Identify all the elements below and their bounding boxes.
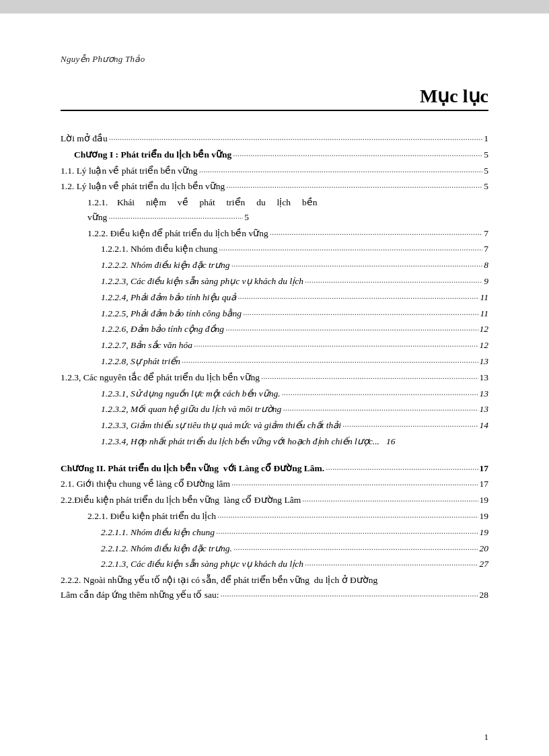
toc-item-1-2-3-2: 1.2.3.2, Mối quan hệ giữa du lịch và môi… [61,402,488,417]
toc-item-2-2-1-2: 2.2.1.2. Nhóm điều kiện đặc trưng. 20 [61,541,488,556]
toc-item-2-2-1: 2.2.1. Điều kiện phát triển du lịch 19 [61,509,488,524]
toc-item-1-2-3-1: 1.2.3.1, Sử dụng nguồn lực một cách bền … [61,386,488,401]
toc-dots [109,130,483,145]
toc-item-2-2-1-1: 2.2.1.1. Nhóm điều kiện chung 19 [61,525,488,540]
toc-label: 2.1. Giới thiệu chung về làng cổ Đường l… [61,477,230,491]
toc-dots [226,178,482,193]
toc-page: 27 [480,557,489,572]
toc-item-chuong-2: Chương II. Phát triển du lịch bền vững v… [61,461,488,476]
toc-dots [225,320,478,335]
toc-dots [302,491,478,506]
toc-page: 5 [484,164,488,178]
toc-label: 2.2.1.3, Các điều kiện sẵn sàng phục vụ … [101,557,303,572]
toc-label: 1.2.2.2. Nhóm điều kiện đặc trưng [101,258,230,273]
toc-dots [237,289,478,304]
toc-label: 1.2.2. Điều kiện để phát triển du lịch b… [87,226,268,241]
toc-label: 1.2.2.6, Đảm bảo tính cộng đồng [101,322,224,337]
toc-label: 1.2.2.1. Nhóm điều kiện chung [101,242,217,256]
toc-item-1-2-2-7: 1.2.2.7, Bản sắc văn hóa 12 [61,338,488,353]
toc-dots [108,209,243,224]
toc-page: 5 [484,179,488,194]
toc-label: 1.2.2.3, Các điều kiện sẵn sàng phục vụ … [101,274,303,289]
toc-page: 19 [480,509,489,524]
toc-item-1-2-2-8: 1.2.2.8, Sự phát triển 13 [61,354,488,369]
toc-page: 11 [480,306,489,321]
toc-dots [243,305,479,320]
toc-page: 7 [484,242,488,256]
toc-item-1-2-3-4: 1.2.3.4, Hợp nhất phát triển du lịch bền… [61,434,488,449]
toc-dots [233,146,482,161]
toc-label: 1.2.3.2, Mối quan hệ giữa du lịch và môi… [101,402,281,417]
toc-page: 19 [480,525,489,540]
toc-item-1-2-2-1: 1.2.2.1. Nhóm điều kiện chung 7 [61,242,488,256]
toc-dots [220,586,478,601]
toc-label: Chương II. Phát triển du lịch bền vững v… [61,461,324,476]
toc-dots [216,524,478,539]
toc-label: 1.2.3.4, Hợp nhất phát triển du lịch bền… [101,434,379,449]
toc-item-2-1: 2.1. Giới thiệu chung về làng cổ Đường l… [61,477,488,491]
toc-item-2-2-1-3: 2.2.1.3, Các điều kiện sẵn sàng phục vụ … [61,557,488,572]
toc-label: 1.2.3.1, Sử dụng nguồn lực một cách bền … [101,386,281,401]
toc-label: Chương I : Phát triển du lịch bền vững [74,147,231,162]
toc-label: 1.2.2.5, Phải đảm bảo tính công bằng [101,306,242,321]
toc-item-1-2-2: 1.2.2. Điều kiện để phát triển du lịch b… [61,226,488,241]
toc-dots [342,417,478,432]
toc-item-1-2-1: 1.2.1. Khái niệm về phát triển du lịch b… [61,195,488,224]
toc-dots [233,540,478,555]
toc-label: 1.2.2.7, Bản sắc văn hóa [101,338,192,353]
toc-page: 13 [480,370,489,385]
toc-dots [282,385,478,400]
toc-dots [219,240,482,255]
toc-dots [261,369,478,384]
toc-container: Lời mở đầu 1 Chương I : Phát triển du lị… [61,131,488,603]
toc-label: 2.2.1.1. Nhóm điều kiện chung [101,525,215,540]
toc-page: 14 [480,418,489,433]
toc-label-cont: Lâm cần đáp ứng thêm những yếu tố sau: [61,588,219,603]
toc-item-1-2-2-5: 1.2.2.5, Phải đảm bảo tính công bằng 11 [61,306,488,321]
toc-label: 2.2.Điều kiện phát triển du lịch bền vữn… [61,493,301,508]
toc-label-cont: vững [87,210,107,225]
toc-item-1-2-2-3: 1.2.2.3, Các điều kiện sẵn sàng phục vụ … [61,274,488,289]
toc-page: 7 [484,226,488,241]
author-header: Nguyễn Phương Thảo [61,54,488,65]
toc-label: Lời mở đầu [61,131,108,146]
toc-label: 1.1. Lý luận về phát triển bền vững [61,164,198,178]
toc-item-1-2-2-4: 1.2.2.4, Phải đảm bảo tính hiệu quả 11 [61,290,488,305]
toc-page: 12 [480,322,489,337]
toc-page: 17 [480,477,489,491]
toc-item-1-1: 1.1. Lý luận về phát triển bền vững 5 [61,164,488,178]
toc-dots [194,337,478,351]
toc-page: 13 [480,402,489,417]
toc-page: 28 [480,588,489,603]
toc-label: 1.2.1. Khái niệm về phát triển du lịch b… [87,195,317,210]
toc-item-1-2-3: 1.2.3, Các nguyên tắc để phát triển du l… [61,370,488,385]
title-section: Mục lục [61,85,488,111]
toc-page: 19 [480,493,489,508]
toc-dots [199,162,483,177]
toc-dots [270,225,483,240]
toc-page: 16 [386,434,396,449]
toc-item-1-2-3-3: 1.2.3.3, Giảm thiểu sự tiêu thụ quá mức … [61,418,488,433]
toc-dots [283,401,478,415]
toc-item-1-2-2-6: 1.2.2.6, Đảm bảo tính cộng đồng 12 [61,322,488,337]
toc-page: 5 [244,210,249,225]
toc-dots [326,460,478,475]
toc-page: 20 [480,541,489,556]
toc-item-1-2: 1.2. Lý luận về phát triển du lịch bền v… [61,179,488,194]
toc-item-chuong-1: Chương I : Phát triển du lịch bền vững 5 [61,147,488,162]
toc-item-1-2-2-2: 1.2.2.2. Nhóm điều kiện đặc trưng 8 [61,258,488,273]
toc-label: 2.2.1.2. Nhóm điều kiện đặc trưng. [101,541,232,556]
toc-page: 11 [480,290,489,305]
toc-item-2-2-2: 2.2.2. Ngoài những yếu tố nội tại có sẵn… [61,573,488,602]
toc-label: 1.2.3, Các nguyên tắc để phát triển du l… [61,370,260,385]
toc-dots [305,555,478,570]
toc-label: 1.2.2.8, Sự phát triển [101,354,180,369]
toc-item-2-2: 2.2.Điều kiện phát triển du lịch bền vữn… [61,493,488,508]
toc-label: 1.2.2.4, Phải đảm bảo tính hiệu quả [101,290,236,305]
toc-page: 9 [484,274,488,289]
toc-page: 12 [480,338,489,353]
page-number: 1 [484,732,489,743]
toc-page: 17 [480,461,489,476]
toc-dots [217,508,478,522]
toc-page: 5 [484,147,488,162]
